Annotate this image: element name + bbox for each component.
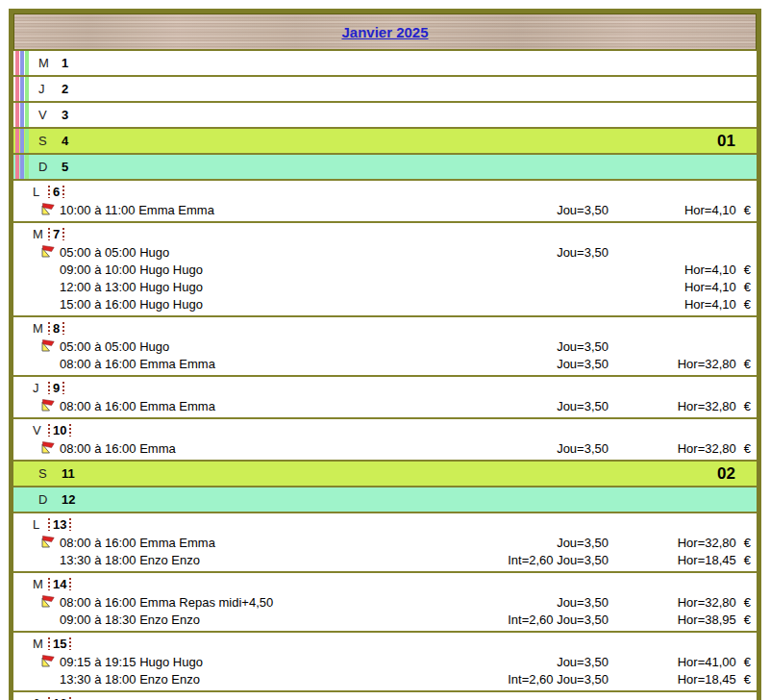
event-hour-rate: Hor=4,10€ (684, 297, 751, 312)
event-hour-rate-value: Hor=18,45 (678, 672, 736, 687)
event-hour-rate-value: Hor=4,10 (684, 262, 736, 277)
day-number: 1 (62, 56, 68, 70)
event-hour-rate-value: Hor=18,45 (678, 553, 736, 567)
euro-sign: € (744, 297, 751, 312)
day-letter: D (38, 160, 52, 174)
zone-b-stripe (20, 103, 24, 127)
day-row-9[interactable]: J908:00 à 16:00 Emma EmmaJou=3,50Hor=32,… (13, 377, 757, 419)
event-hour-rate-value: Hor=38,95 (678, 612, 736, 627)
day-number: 11 (62, 466, 75, 481)
event-line[interactable]: 09:00 à 10:00 Hugo HugoHor=4,10€ (13, 261, 757, 278)
day-row-16[interactable]: J16 (13, 692, 757, 700)
event-flag-icon (41, 536, 55, 548)
dotted-handle-icon (48, 322, 50, 335)
zone-c-stripe (25, 103, 29, 127)
event-line[interactable]: 05:00 à 05:00 HugoJou=3,50 (13, 243, 757, 261)
event-line[interactable]: 13:30 à 18:00 Enzo EnzoInt=2,60 Jou=3,50… (13, 670, 757, 688)
dotted-handle-icon (69, 424, 71, 437)
day-row-13[interactable]: L1308:00 à 16:00 Emma EmmaJou=3,50Hor=32… (13, 513, 757, 573)
day-letter: J (33, 696, 45, 700)
day-row-10[interactable]: V1008:00 à 16:00 EmmaJou=3,50Hor=32,80€ (13, 419, 757, 462)
event-flag-icon (41, 595, 55, 608)
event-hour-rate: Hor=41,00€ (678, 655, 751, 669)
planning-page: Janvier 2025 M1J2V3S401D5L610:00 à 11:00… (0, 0, 770, 700)
event-text: 05:00 à 05:00 Hugo (60, 245, 169, 260)
month-title-link[interactable]: Janvier 2025 (341, 24, 428, 40)
day-row-header: M8 (13, 319, 757, 338)
day-letter: L (33, 517, 45, 532)
day-row-header: J9 (13, 379, 757, 397)
day-number: 5 (62, 160, 68, 174)
event-line[interactable]: 08:00 à 16:00 Emma EmmaJou=3,50Hor=32,80… (13, 397, 757, 414)
day-row-15[interactable]: M1509:15 à 19:15 Hugo HugoJou=3,50Hor=41… (13, 633, 757, 692)
day-row-7[interactable]: M705:00 à 05:00 HugoJou=3,5009:00 à 10:0… (13, 223, 757, 317)
day-row-8[interactable]: M805:00 à 05:00 HugoJou=3,5008:00 à 16:0… (13, 317, 757, 377)
dotted-handle-icon (48, 424, 50, 437)
day-row-1[interactable]: M1 (13, 51, 757, 77)
dotted-handle-icon (48, 186, 50, 198)
day-letter: J (38, 82, 52, 96)
day-row-header: M14 (13, 575, 757, 593)
event-flag-icon (41, 245, 55, 258)
event-line[interactable]: 08:00 à 16:00 Emma EmmaJou=3,50Hor=32,80… (13, 534, 757, 551)
day-row-11[interactable]: S1102 (13, 462, 757, 488)
zone-b-stripe (20, 155, 24, 179)
event-line[interactable]: 10:00 à 11:00 Emma EmmaJou=3,50Hor=4,10€ (13, 201, 757, 218)
event-line[interactable]: 05:00 à 05:00 HugoJou=3,50 (13, 338, 757, 355)
day-row-3[interactable]: V3 (13, 103, 757, 129)
week-number: 01 (717, 132, 735, 151)
day-letter: M (33, 637, 45, 651)
dotted-handle-icon (62, 322, 64, 335)
event-hour-rate-value: Hor=32,80 (678, 595, 736, 610)
event-hour-rate-value: Hor=4,10 (684, 203, 736, 217)
day-number: 9 (53, 381, 60, 395)
event-line[interactable]: 13:30 à 18:00 Enzo EnzoInt=2,60 Jou=3,50… (13, 551, 757, 568)
dotted-handle-icon (62, 382, 64, 394)
day-number: 6 (53, 185, 60, 199)
event-hour-rate-value: Hor=32,80 (678, 357, 736, 371)
day-row-header: J16 (13, 694, 757, 700)
day-letter: S (38, 466, 52, 481)
event-text: 09:15 à 19:15 Hugo Hugo (60, 655, 203, 669)
day-letter: D (38, 492, 52, 507)
event-line[interactable]: 12:00 à 13:00 Hugo HugoHor=4,10€ (13, 278, 757, 295)
holiday-zone-stripes (15, 103, 30, 127)
event-text: 15:00 à 16:00 Hugo Hugo (60, 297, 203, 312)
event-line[interactable]: 15:00 à 16:00 Hugo HugoHor=4,10€ (13, 295, 757, 312)
dotted-handle-icon (48, 382, 50, 394)
day-row-2[interactable]: J2 (13, 77, 757, 103)
day-letter: V (38, 108, 52, 122)
euro-sign: € (744, 536, 751, 550)
event-line[interactable]: 08:00 à 16:00 EmmaJou=3,50Hor=32,80€ (13, 439, 757, 457)
day-row-5[interactable]: D5 (13, 155, 757, 181)
event-flag-icon (41, 339, 55, 352)
day-row-12[interactable]: D12 (13, 488, 757, 513)
day-number: 16 (53, 696, 66, 700)
event-text: 13:30 à 18:00 Enzo Enzo (60, 553, 200, 567)
event-day-rate: Jou=3,50 (557, 441, 609, 456)
event-day-rate: Jou=3,50 (557, 655, 609, 669)
event-day-rate: Int=2,60 Jou=3,50 (508, 612, 609, 627)
dotted-handle-icon (69, 578, 71, 590)
event-text: 08:00 à 16:00 Emma (60, 441, 176, 456)
holiday-zone-stripes (15, 51, 30, 75)
event-line[interactable]: 08:00 à 16:00 Emma Repas midi+4,50Jou=3,… (13, 593, 757, 611)
event-line[interactable]: 09:00 à 18:30 Enzo EnzoInt=2,60 Jou=3,50… (13, 611, 757, 628)
day-letter: M (33, 321, 45, 336)
day-row-4[interactable]: S401 (13, 129, 757, 155)
dotted-handle-icon (48, 578, 50, 590)
event-line[interactable]: 09:15 à 19:15 Hugo HugoJou=3,50Hor=41,00… (13, 653, 757, 670)
day-letter: S (38, 134, 52, 148)
euro-sign: € (744, 399, 751, 413)
event-text: 05:00 à 05:00 Hugo (60, 339, 169, 354)
day-number: 14 (53, 577, 66, 591)
day-row-14[interactable]: M1408:00 à 16:00 Emma Repas midi+4,50Jou… (13, 573, 757, 633)
day-number: 8 (53, 321, 60, 336)
event-day-rate: Int=2,60 Jou=3,50 (508, 672, 609, 687)
event-hour-rate-value: Hor=32,80 (678, 536, 736, 550)
event-line[interactable]: 08:00 à 16:00 Emma EmmaJou=3,50Hor=32,80… (13, 355, 757, 372)
euro-sign: € (744, 280, 751, 294)
euro-sign: € (744, 595, 751, 610)
dotted-handle-icon (69, 518, 71, 531)
day-row-6[interactable]: L610:00 à 11:00 Emma EmmaJou=3,50Hor=4,1… (13, 181, 757, 223)
